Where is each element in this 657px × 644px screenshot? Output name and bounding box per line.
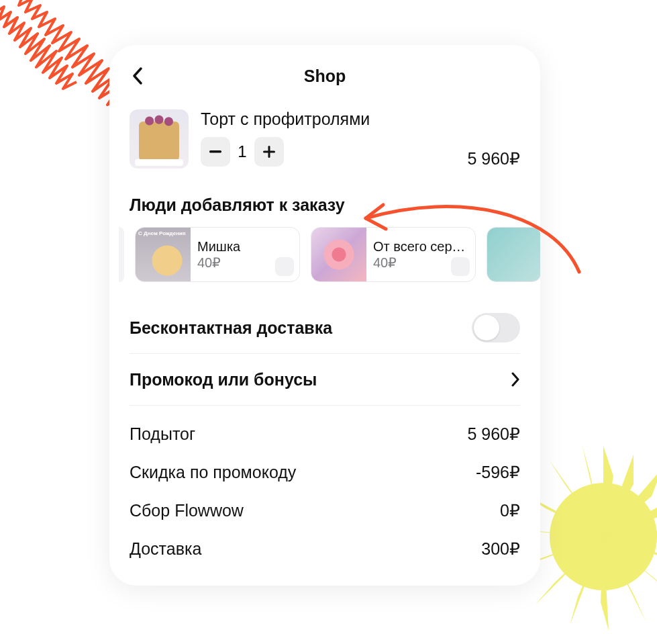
- back-button[interactable]: [128, 66, 147, 85]
- contactless-delivery-label: Бесконтактная доставка: [130, 318, 332, 338]
- suggestion-thumbnail: [487, 227, 540, 282]
- total-value: 5 960₽: [467, 424, 520, 444]
- suggestions-carousel[interactable]: С Днем Рождения Мишка 40₽ От всего серд……: [109, 227, 540, 282]
- product-price: 5 960₽: [467, 149, 520, 169]
- total-label: Скидка по промокоду: [130, 463, 296, 482]
- totals-section: Подытог 5 960₽ Скидка по промокоду -596₽…: [109, 406, 540, 559]
- total-value: -596₽: [476, 463, 520, 482]
- svg-rect-3: [263, 151, 275, 153]
- card-header: Shop: [109, 61, 540, 91]
- total-label: Доставка: [130, 539, 201, 559]
- quantity-stepper: 1: [201, 137, 455, 167]
- total-line-subtotal: Подытог 5 960₽: [130, 424, 520, 444]
- svg-rect-1: [209, 150, 221, 153]
- total-label: Сбор Flowwow: [130, 501, 244, 520]
- suggestion-card[interactable]: С Днем Рождения Мишка 40₽: [135, 227, 300, 282]
- toggle-knob: [474, 315, 499, 340]
- suggestion-name: От всего серд…: [373, 239, 468, 255]
- suggestion-thumbnail: [311, 227, 366, 282]
- thumbnail-caption: С Днем Рождения: [138, 231, 186, 236]
- increment-button[interactable]: [254, 137, 284, 167]
- chevron-right-icon: [511, 371, 520, 387]
- suggestion-card-partial-left[interactable]: [119, 227, 124, 282]
- quantity-value: 1: [237, 142, 248, 161]
- plus-icon: [263, 146, 275, 158]
- contactless-delivery-row: Бесконтактная доставка: [109, 302, 540, 353]
- suggestion-card-partial-right[interactable]: [487, 227, 540, 282]
- suggestion-add-button[interactable]: [451, 257, 470, 276]
- total-line-discount: Скидка по промокоду -596₽: [130, 463, 520, 482]
- suggestion-name: Мишка: [197, 239, 293, 255]
- decrement-button[interactable]: [201, 137, 230, 167]
- promo-code-label: Промокод или бонусы: [130, 370, 317, 389]
- page-title: Shop: [304, 66, 346, 86]
- svg-point-0: [550, 483, 657, 590]
- suggestions-heading: Люди добавляют к заказу: [109, 195, 540, 215]
- chevron-left-icon: [132, 66, 144, 85]
- cart-item: Торт с профитролями 1 5 960₽: [109, 109, 540, 169]
- product-thumbnail[interactable]: [130, 109, 189, 169]
- minus-icon: [209, 150, 221, 153]
- suggestion-card[interactable]: От всего серд… 40₽: [311, 227, 476, 282]
- total-line-delivery: Доставка 300₽: [130, 539, 520, 559]
- promo-code-row[interactable]: Промокод или бонусы: [109, 354, 540, 405]
- total-value: 0₽: [500, 501, 520, 520]
- total-label: Подытог: [130, 424, 195, 444]
- contactless-delivery-toggle[interactable]: [472, 313, 520, 342]
- product-name: Торт с профитролями: [201, 109, 455, 129]
- suggestion-thumbnail: С Днем Рождения: [136, 227, 191, 282]
- checkout-card: Shop Торт с профитролями 1 5 960: [109, 45, 540, 586]
- suggestion-add-button[interactable]: [275, 257, 294, 276]
- total-line-fee: Сбор Flowwow 0₽: [130, 501, 520, 520]
- total-value: 300₽: [481, 539, 520, 559]
